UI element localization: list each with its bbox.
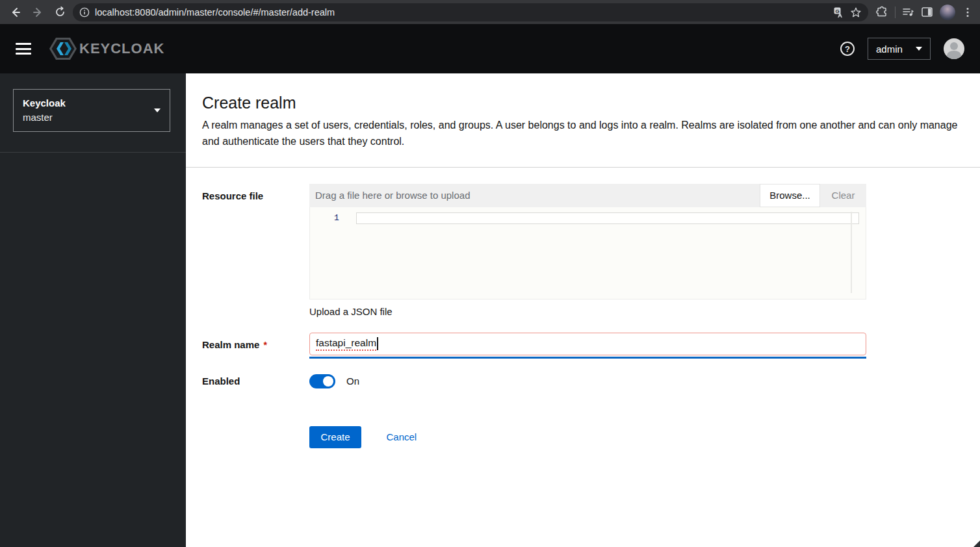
masthead: KEYCLOAK ? admin: [0, 24, 980, 73]
file-upload-bar: Drag a file here or browse to upload Bro…: [309, 184, 866, 207]
extensions-icon[interactable]: [876, 6, 888, 18]
brand-text: KEYCLOAK: [79, 40, 164, 57]
browser-toolbar: localhost:8080/admin/master/console/#/ma…: [0, 0, 980, 24]
resource-file-row: Resource file Drag a file here or browse…: [202, 184, 980, 317]
media-queue-icon[interactable]: [902, 6, 914, 18]
actions-row: Create Cancel: [202, 426, 980, 448]
required-indicator: *: [263, 340, 266, 350]
editor-active-line[interactable]: [356, 212, 859, 224]
file-upload-placeholder: Drag a file here or browse to upload: [315, 190, 470, 201]
browser-profile-avatar[interactable]: [940, 5, 955, 20]
forward-icon[interactable]: [29, 3, 47, 21]
upload-helper-text: Upload a JSON file: [309, 306, 866, 317]
realm-name-label: Realm name*: [202, 333, 309, 359]
site-info-icon[interactable]: [79, 7, 90, 18]
address-bar[interactable]: localhost:8080/admin/master/console/#/ma…: [73, 3, 868, 21]
realm-name-value: fastapi_realm: [316, 337, 376, 351]
browse-button[interactable]: Browse...: [760, 184, 820, 207]
chevron-down-icon: [154, 108, 161, 112]
editor-scrollbar[interactable]: [851, 212, 852, 293]
url-text: localhost:8080/admin/master/console/#/ma…: [95, 7, 828, 18]
chevron-down-icon: [916, 47, 922, 51]
back-icon[interactable]: [6, 3, 25, 21]
enabled-toggle[interactable]: [309, 374, 335, 388]
side-panel-icon[interactable]: [921, 6, 933, 18]
toolbar-divider: [895, 6, 896, 18]
create-realm-form: Resource file Drag a file here or browse…: [186, 168, 980, 448]
sidebar: Keycloak master: [0, 73, 186, 547]
realm-selector-current: master: [23, 110, 66, 125]
browser-actions: [872, 5, 974, 20]
sidebar-divider: [0, 152, 186, 153]
realm-name-label-text: Realm name: [202, 339, 259, 350]
create-button[interactable]: Create: [309, 426, 361, 448]
keycloak-logo: KEYCLOAK: [48, 35, 164, 62]
bookmark-star-icon[interactable]: [850, 6, 862, 18]
svg-text:G: G: [835, 8, 839, 14]
resource-file-label: Resource file: [202, 184, 309, 317]
text-cursor: [377, 337, 378, 350]
main-content: Create realm A realm manages a set of us…: [186, 73, 980, 547]
realm-selector-dropdown[interactable]: Keycloak master: [13, 89, 170, 132]
actions-spacer: [202, 426, 309, 448]
page-description: A realm manages a set of users, credenti…: [202, 118, 968, 150]
editor-line-number: 1: [334, 213, 339, 223]
input-focus-underline: [309, 357, 866, 359]
translate-icon[interactable]: G: [833, 6, 845, 18]
page-title: Create realm: [202, 94, 968, 112]
clear-button[interactable]: Clear: [820, 184, 866, 207]
browser-menu-kebab-icon[interactable]: [962, 6, 974, 18]
enabled-state-text: On: [346, 375, 359, 387]
json-code-editor[interactable]: 1: [309, 207, 866, 299]
file-upload-dropzone[interactable]: Drag a file here or browse to upload: [309, 184, 760, 207]
window-resize-grip: [974, 541, 980, 547]
enabled-row: Enabled On: [202, 374, 980, 388]
realm-name-row: Realm name* fastapi_realm: [202, 333, 980, 359]
user-avatar[interactable]: [944, 38, 964, 59]
enabled-label: Enabled: [202, 375, 309, 387]
cancel-link[interactable]: Cancel: [386, 426, 417, 448]
help-icon[interactable]: ?: [840, 42, 855, 56]
user-menu-dropdown[interactable]: admin: [868, 38, 931, 60]
realm-selector-title: Keycloak: [23, 95, 66, 110]
keycloak-logo-icon: [48, 35, 78, 62]
nav-toggle-hamburger-icon[interactable]: [16, 43, 31, 55]
reload-icon[interactable]: [51, 3, 69, 21]
user-menu-label: admin: [876, 44, 903, 55]
realm-name-input[interactable]: fastapi_realm: [309, 333, 866, 355]
